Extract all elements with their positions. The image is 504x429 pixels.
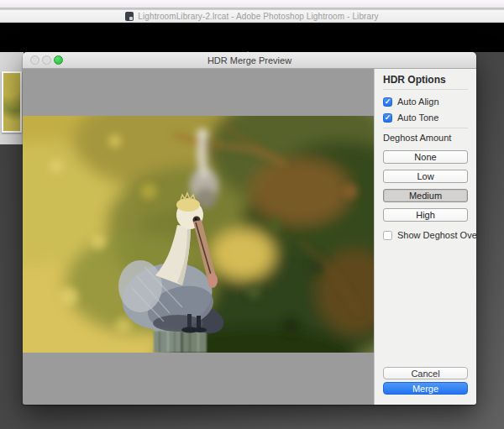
lightroom-document-icon — [125, 12, 134, 21]
checkbox-checked-icon: ✓ — [383, 113, 392, 123]
dialog-body: HDR Options ✓ Auto Align ✓ Auto Tone Deg… — [23, 69, 476, 405]
deghost-high-button[interactable]: High — [383, 208, 468, 222]
hdr-preview-photo — [23, 116, 374, 353]
filmstrip-thumbnail[interactable] — [2, 71, 22, 133]
show-deghost-overlay-checkbox[interactable]: Show Deghost Overlay — [383, 228, 468, 242]
divider — [383, 89, 468, 90]
lightroom-top-panel: ▲ — [0, 23, 504, 52]
hdr-options-heading: HDR Options — [383, 75, 468, 86]
dialog-title: HDR Merge Preview — [23, 52, 476, 69]
hdr-options-panel: HDR Options ✓ Auto Align ✓ Auto Tone Deg… — [374, 69, 476, 405]
deghost-medium-button[interactable]: Medium — [383, 189, 468, 202]
screen: LightroomLibrary-2.lrcat - Adobe Photosh… — [0, 0, 504, 429]
hdr-merge-preview-dialog: HDR Merge Preview — [23, 52, 476, 405]
cancel-button[interactable]: Cancel — [383, 367, 468, 379]
deghost-amount-label: Deghost Amount — [383, 133, 468, 144]
auto-align-label: Auto Align — [397, 97, 439, 107]
checkbox-unchecked-icon — [383, 231, 392, 240]
dialog-titlebar[interactable]: HDR Merge Preview — [23, 52, 476, 69]
check-icon: ✓ — [385, 98, 391, 106]
auto-align-checkbox[interactable]: ✓ Auto Align — [383, 95, 468, 108]
desktop-top-strip — [0, 0, 504, 8]
check-icon: ✓ — [385, 114, 391, 122]
auto-tone-label: Auto Tone — [397, 112, 438, 123]
merge-button[interactable]: Merge — [383, 382, 468, 395]
divider — [383, 128, 468, 128]
show-deghost-overlay-label: Show Deghost Overlay — [397, 230, 476, 240]
app-window-titlebar: LightroomLibrary-2.lrcat - Adobe Photosh… — [0, 10, 504, 23]
filmstrip-panel — [0, 52, 24, 144]
deghost-low-button[interactable]: Low — [383, 170, 468, 183]
app-window-title: LightroomLibrary-2.lrcat - Adobe Photosh… — [138, 12, 378, 21]
auto-tone-checkbox[interactable]: ✓ Auto Tone — [383, 111, 468, 124]
filmstrip-thumbnail-image — [3, 73, 20, 131]
checkbox-checked-icon: ✓ — [383, 97, 392, 107]
deghost-none-button[interactable]: None — [383, 150, 468, 164]
hdr-preview-area — [23, 69, 374, 405]
